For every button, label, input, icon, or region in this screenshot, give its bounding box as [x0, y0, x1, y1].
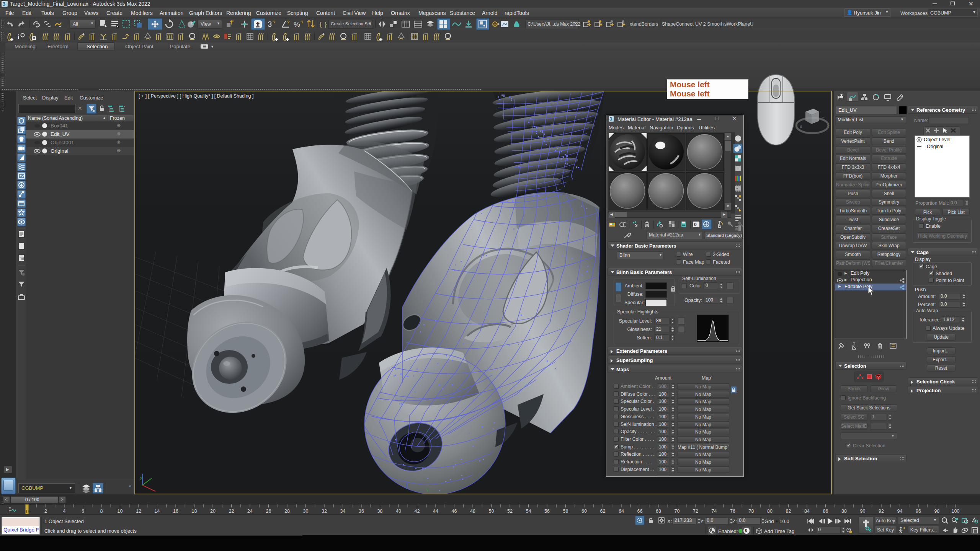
svg-text:100: 100	[952, 509, 960, 514]
svg-text:36: 36	[359, 509, 364, 514]
svg-text:50: 50	[489, 509, 494, 514]
svg-text:22: 22	[229, 509, 234, 514]
svg-text:44: 44	[433, 509, 438, 514]
svg-text:E: E	[822, 116, 825, 120]
svg-text:90: 90	[860, 509, 866, 514]
svg-text:46: 46	[452, 509, 457, 514]
svg-text:?: ?	[287, 20, 289, 25]
svg-text:86: 86	[823, 509, 828, 514]
svg-text:+: +	[736, 187, 738, 191]
svg-text:28: 28	[284, 509, 290, 514]
svg-text:10: 10	[118, 509, 123, 514]
svg-text:2: 2	[44, 509, 47, 514]
svg-text:?: ?	[273, 20, 275, 25]
svg-text:92: 92	[879, 509, 884, 514]
svg-text:80: 80	[767, 509, 773, 514]
svg-text:{: {	[320, 21, 322, 28]
svg-text:84: 84	[804, 509, 810, 514]
svg-text:72: 72	[693, 509, 698, 514]
svg-text:32: 32	[322, 509, 327, 514]
svg-text:54: 54	[526, 509, 531, 514]
svg-text:52: 52	[507, 509, 513, 514]
svg-text:}: }	[325, 21, 327, 28]
svg-text:66: 66	[637, 509, 643, 514]
svg-text:20: 20	[210, 509, 216, 514]
svg-text:24: 24	[247, 509, 253, 514]
svg-text:76: 76	[730, 509, 735, 514]
svg-text:38: 38	[377, 509, 383, 514]
svg-text:68: 68	[656, 509, 661, 514]
svg-text:48: 48	[470, 509, 475, 514]
svg-text:3: 3	[268, 20, 272, 28]
svg-text:S: S	[800, 125, 802, 129]
svg-text:96: 96	[916, 509, 921, 514]
svg-text:14: 14	[155, 509, 160, 514]
svg-text:78: 78	[749, 509, 754, 514]
svg-text:58: 58	[563, 509, 568, 514]
svg-text:70: 70	[675, 509, 680, 514]
svg-text:60: 60	[581, 509, 587, 514]
svg-text:x: x	[155, 492, 157, 494]
svg-text:8: 8	[100, 509, 103, 514]
svg-text:26: 26	[266, 509, 271, 514]
svg-text:?: ?	[301, 20, 303, 25]
svg-text:0: 0	[694, 222, 697, 227]
svg-text:74: 74	[712, 509, 717, 514]
svg-text:82: 82	[786, 509, 791, 514]
svg-text:18: 18	[192, 509, 197, 514]
svg-text:30: 30	[303, 509, 309, 514]
svg-text:40: 40	[396, 509, 401, 514]
svg-text:%: %	[294, 20, 300, 28]
svg-text:64: 64	[619, 509, 624, 514]
svg-text:34: 34	[340, 509, 346, 514]
svg-text:16: 16	[173, 509, 178, 514]
svg-text:42: 42	[415, 509, 420, 514]
svg-text:56: 56	[544, 509, 550, 514]
svg-text:94: 94	[897, 509, 903, 514]
svg-text:y: y	[140, 475, 142, 480]
svg-text:98: 98	[934, 509, 940, 514]
svg-text:y: y	[426, 488, 428, 492]
svg-text:62: 62	[600, 509, 606, 514]
svg-text:6: 6	[82, 509, 84, 514]
svg-text:12: 12	[136, 509, 141, 514]
svg-text:i: i	[18, 34, 19, 40]
svg-text:88: 88	[841, 509, 847, 514]
svg-text:4: 4	[63, 509, 66, 514]
